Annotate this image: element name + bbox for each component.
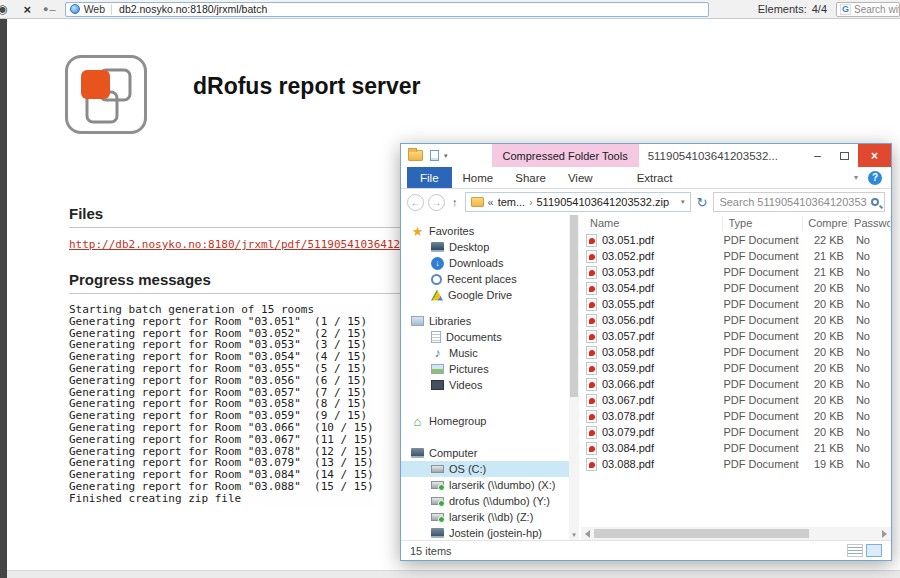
ribbon-right-controls: ▾ ? xyxy=(854,167,882,188)
nav-item[interactable]: larserik (\\db) (Z:) xyxy=(401,509,569,525)
documents-icon xyxy=(431,331,441,343)
column-header-compressed-size[interactable]: Compress... xyxy=(803,216,849,231)
scroll-left-icon[interactable] xyxy=(585,530,590,538)
nav-item[interactable]: Google Drive xyxy=(401,287,569,303)
table-row[interactable]: 03.054.pdf PDF Document 20 KB No xyxy=(581,280,891,296)
back-icon[interactable]: ← xyxy=(407,194,424,211)
tab-home[interactable]: Home xyxy=(452,167,505,188)
nav-item-label: Libraries xyxy=(429,315,471,327)
breadcrumb[interactable]: « tem... › 5119054103641203532.zip ▾ xyxy=(465,192,691,212)
close-button[interactable]: × xyxy=(858,144,891,167)
file-type: PDF Document xyxy=(723,282,803,294)
scroll-down-icon[interactable]: ▾ xyxy=(569,531,579,539)
nav-item[interactable]: ↓ Downloads xyxy=(401,255,569,271)
up-icon[interactable]: ↑ xyxy=(449,196,461,208)
nav-item-label: Music xyxy=(449,347,478,359)
browser-toolbar: ◉ × ● – Web db2.nosyko.no:8180/jrxml/bat… xyxy=(0,0,900,19)
record-icon[interactable]: ● xyxy=(43,4,48,14)
file-password: No xyxy=(849,346,891,358)
table-row[interactable]: 03.056.pdf PDF Document 20 KB No xyxy=(581,312,891,328)
toolbar-close-icon[interactable]: × xyxy=(23,2,31,17)
table-row[interactable]: 03.067.pdf PDF Document 20 KB No xyxy=(581,392,891,408)
file-name: 03.059.pdf xyxy=(602,362,654,374)
table-row[interactable]: 03.053.pdf PDF Document 21 KB No xyxy=(581,264,891,280)
nav-item[interactable]: OS (C:) xyxy=(401,461,569,477)
column-header-type[interactable]: Type xyxy=(723,216,803,231)
browser-search-input[interactable]: G Search with G xyxy=(836,2,900,17)
table-row[interactable]: 03.059.pdf PDF Document 20 KB No xyxy=(581,360,891,376)
table-row[interactable]: 03.058.pdf PDF Document 20 KB No xyxy=(581,344,891,360)
quick-access-icon[interactable] xyxy=(430,150,439,161)
explorer-search-input[interactable]: Search 5119054103641203532... xyxy=(713,192,885,212)
file-list-body: 03.051.pdf PDF Document 22 KB No 03.052.… xyxy=(581,232,891,472)
file-size: 20 KB xyxy=(803,410,849,422)
nav-item[interactable]: larserik (\\dumbo) (X:) xyxy=(401,477,569,493)
table-row[interactable]: 03.079.pdf PDF Document 20 KB No xyxy=(581,424,891,440)
file-type: PDF Document xyxy=(723,298,803,310)
breadcrumb-current[interactable]: 5119054103641203532.zip xyxy=(536,196,669,208)
table-row[interactable]: 03.057.pdf PDF Document 20 KB No xyxy=(581,328,891,344)
table-row[interactable]: 03.051.pdf PDF Document 22 KB No xyxy=(581,232,891,248)
file-name: 03.056.pdf xyxy=(602,314,654,326)
ribbon-collapse-icon[interactable]: ▾ xyxy=(854,173,858,182)
column-header-password[interactable]: Password xyxy=(849,216,891,231)
tab-file[interactable]: File xyxy=(407,167,452,188)
maximize-button[interactable] xyxy=(831,144,858,167)
file-type: PDF Document xyxy=(723,266,803,278)
table-row[interactable]: 03.055.pdf PDF Document 20 KB No xyxy=(581,296,891,312)
nav-item[interactable]: Desktop xyxy=(401,239,569,255)
nav-item[interactable]: Computer xyxy=(401,445,569,461)
breadcrumb-parent[interactable]: tem... xyxy=(498,196,526,208)
music-icon: ♪ xyxy=(431,347,444,360)
horizontal-scrollbar[interactable] xyxy=(581,527,891,540)
table-row[interactable]: 03.066.pdf PDF Document 20 KB No xyxy=(581,376,891,392)
nav-item[interactable]: ♪ Music xyxy=(401,345,569,361)
disk-icon xyxy=(431,465,444,473)
nav-item[interactable]: Documents xyxy=(401,329,569,345)
nav-scrollbar[interactable]: ▾ xyxy=(569,215,579,540)
tab-share[interactable]: Share xyxy=(504,167,557,188)
breadcrumb-overflow-icon[interactable]: « xyxy=(488,196,494,208)
nav-item[interactable]: ⌂ Homegroup xyxy=(401,413,569,429)
file-size: 19 KB xyxy=(803,458,849,470)
nav-item[interactable]: drofus (\\dumbo) (Y:) xyxy=(401,493,569,509)
details-view-icon[interactable] xyxy=(847,544,863,557)
refresh-icon[interactable]: ↻ xyxy=(695,195,710,210)
table-row[interactable]: 03.084.pdf PDF Document 21 KB No xyxy=(581,440,891,456)
file-type: PDF Document xyxy=(723,378,803,390)
address-bar[interactable]: Web db2.nosyko.no:8180/jrxml/batch xyxy=(65,2,709,17)
nav-item[interactable]: Libraries xyxy=(401,313,569,329)
file-password: No xyxy=(849,458,891,470)
column-header-name[interactable]: Name xyxy=(581,216,723,231)
tab-view[interactable]: View xyxy=(557,167,604,188)
title-bar[interactable]: ▾ Compressed Folder Tools 51190541036412… xyxy=(401,144,891,167)
nav-item[interactable]: ★ Favorites xyxy=(401,223,569,239)
nav-item-label: Documents xyxy=(446,331,502,343)
minimize-button[interactable]: – xyxy=(804,144,831,167)
icons-view-icon[interactable] xyxy=(866,544,882,557)
drofus-logo xyxy=(65,55,147,134)
app-icon[interactable]: ◉ xyxy=(0,2,7,16)
nav-item[interactable]: Videos xyxy=(401,377,569,393)
url-text[interactable]: db2.nosyko.no:8180/jrxml/batch xyxy=(119,3,267,15)
nav-item[interactable]: Recent places xyxy=(401,271,569,287)
horizontal-scrollbar-thumb[interactable] xyxy=(594,529,809,538)
nav-scrollbar-thumb[interactable] xyxy=(570,215,578,397)
table-row[interactable]: 03.078.pdf PDF Document 20 KB No xyxy=(581,408,891,424)
window-bottom-edge xyxy=(7,570,900,578)
scroll-right-icon[interactable] xyxy=(882,530,887,538)
maximize-icon xyxy=(840,152,849,160)
table-row[interactable]: 03.088.pdf PDF Document 19 KB No xyxy=(581,456,891,472)
help-icon[interactable]: ? xyxy=(868,171,882,185)
nav-item[interactable]: Pictures xyxy=(401,361,569,377)
file-name: 03.058.pdf xyxy=(602,346,654,358)
forward-icon[interactable]: → xyxy=(428,194,445,211)
table-row[interactable]: 03.052.pdf PDF Document 21 KB No xyxy=(581,248,891,264)
tab-extract[interactable]: Extract xyxy=(626,167,684,188)
nav-item[interactable]: Jostein (jostein-hp) xyxy=(401,525,569,540)
nav-item-label: Favorites xyxy=(429,225,474,237)
address-dropdown-icon[interactable]: ▾ xyxy=(681,198,685,206)
ribbon-tabs: File Home Share View Extract ▾ ? xyxy=(401,167,891,189)
file-password: No xyxy=(849,330,891,342)
quick-access-dropdown-icon[interactable]: ▾ xyxy=(444,152,448,160)
